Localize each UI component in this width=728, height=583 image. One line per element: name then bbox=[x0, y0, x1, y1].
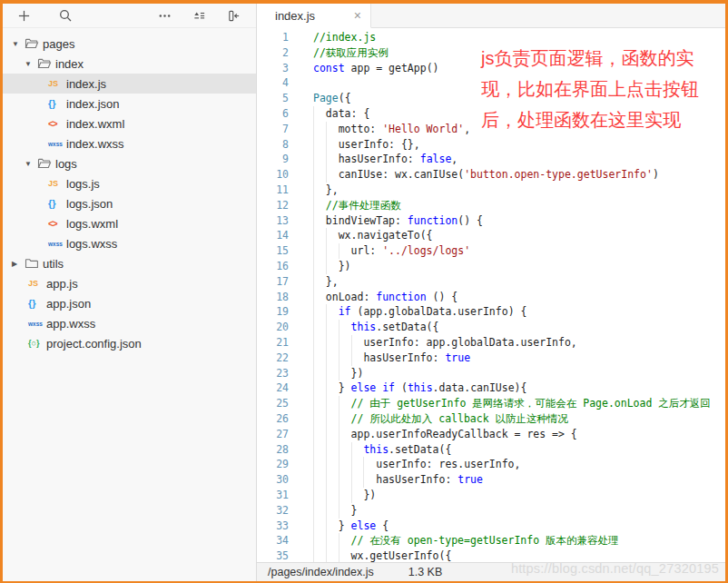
tree-item-project-config-json[interactable]: {○}project.config.json bbox=[3, 333, 256, 353]
file-label: index.json bbox=[66, 97, 120, 111]
wxss-icon: wxss bbox=[48, 141, 66, 147]
code-line: 26// 所以此处加入 callback 以防止这种情况 bbox=[257, 411, 725, 427]
code-line: 11}, bbox=[257, 183, 725, 198]
tree-item-pages[interactable]: ▼pages bbox=[3, 34, 256, 54]
tab-bar: index.js × bbox=[257, 4, 725, 28]
code-line: 21userInfo: app.globalData.userInfo, bbox=[257, 335, 725, 351]
file-label: pages bbox=[43, 37, 74, 51]
sidebar-toolbar-right bbox=[156, 7, 241, 24]
tree-item-logs-json[interactable]: {}logs.json bbox=[3, 193, 256, 213]
line-number: 11 bbox=[257, 183, 289, 198]
file-label: app.json bbox=[46, 297, 91, 311]
json-icon: {} bbox=[48, 198, 66, 209]
folder-open-icon bbox=[25, 36, 43, 51]
line-number: 15 bbox=[257, 243, 289, 259]
sidebar-toolbar bbox=[3, 4, 256, 28]
file-label: index.wxss bbox=[66, 137, 124, 151]
app-window: ▼pages▼indexJSindex.js{}index.json<>inde… bbox=[0, 0, 728, 583]
chevron-down-icon[interactable]: ▼ bbox=[25, 160, 37, 168]
line-number: 18 bbox=[257, 290, 289, 305]
code-line: 31}) bbox=[257, 488, 725, 503]
line-number: 32 bbox=[257, 503, 289, 519]
status-file-path: /pages/index/index.js bbox=[268, 566, 374, 578]
toggle-sidebar-icon[interactable] bbox=[225, 7, 241, 24]
code-line: 18onLoad: function () { bbox=[257, 290, 725, 305]
tree-item-app-js[interactable]: JSapp.js bbox=[3, 273, 256, 293]
code-line: 35wx.getUserInfo({ bbox=[257, 548, 725, 562]
code-line: 32} bbox=[257, 503, 725, 519]
line-number: 7 bbox=[257, 122, 289, 137]
tab-index-js[interactable]: index.js × bbox=[257, 4, 371, 28]
annotation-line: 现，比如在界面上点击按钮 bbox=[481, 74, 699, 104]
code-line: 23}) bbox=[257, 366, 725, 381]
chevron-down-icon[interactable]: ▼ bbox=[12, 40, 25, 48]
line-number: 20 bbox=[257, 320, 289, 335]
line-number: 19 bbox=[257, 304, 289, 320]
tree-item-index-wxss[interactable]: wxssindex.wxss bbox=[3, 133, 256, 153]
file-label: logs.js bbox=[66, 177, 100, 191]
annotation-text: js负责页面逻辑，函数的实 现，比如在界面上点击按钮 后，处理函数在这里实现 bbox=[481, 43, 699, 135]
status-file-size: 1.3 KB bbox=[408, 566, 443, 578]
tree-item-logs-js[interactable]: JSlogs.js bbox=[3, 173, 256, 193]
tree-item-logs-wxml[interactable]: <>logs.wxml bbox=[3, 213, 256, 233]
tree-item-app-wxss[interactable]: wxssapp.wxss bbox=[3, 313, 256, 333]
file-label: app.wxss bbox=[46, 317, 95, 331]
code-line: 14wx.navigateTo({ bbox=[257, 228, 725, 243]
file-label: index.js bbox=[66, 77, 106, 91]
code-line: 30hasUserInfo: true bbox=[257, 472, 725, 488]
tree-item-index-wxml[interactable]: <>index.wxml bbox=[3, 114, 256, 133]
code-line: 8userInfo: {}, bbox=[257, 137, 725, 153]
line-number: 31 bbox=[257, 488, 289, 503]
line-number: 34 bbox=[257, 533, 289, 548]
js-icon: JS bbox=[28, 279, 46, 288]
js-icon: JS bbox=[48, 179, 66, 188]
annotation-line: js负责页面逻辑，函数的实 bbox=[481, 43, 699, 74]
tree-item-index-js[interactable]: JSindex.js bbox=[3, 74, 256, 94]
line-number: 30 bbox=[257, 472, 289, 488]
file-label: index bbox=[55, 57, 84, 71]
collapse-all-icon[interactable] bbox=[191, 7, 207, 24]
tree-item-index-json[interactable]: {}index.json bbox=[3, 94, 256, 114]
json-icon: {} bbox=[48, 98, 66, 109]
line-number: 8 bbox=[257, 137, 289, 153]
code-line: 33} else { bbox=[257, 519, 725, 534]
code-line: 9hasUserInfo: false, bbox=[257, 152, 725, 167]
new-file-icon[interactable] bbox=[15, 7, 32, 24]
line-number: 35 bbox=[257, 548, 289, 562]
file-label: logs bbox=[55, 157, 77, 171]
line-number: 26 bbox=[257, 411, 289, 427]
tree-item-app-json[interactable]: {}app.json bbox=[3, 293, 256, 313]
wxml-icon: <> bbox=[48, 219, 66, 229]
tree-item-index[interactable]: ▼index bbox=[3, 54, 256, 74]
code-line: 27app.userInfoReadyCallback = res => { bbox=[257, 427, 725, 442]
config-icon: {○} bbox=[28, 339, 46, 348]
chevron-down-icon[interactable]: ▼ bbox=[25, 60, 37, 68]
line-number: 9 bbox=[257, 152, 289, 167]
code-line: 10canIUse: wx.canIUse('button.open-type.… bbox=[257, 167, 725, 183]
line-number: 12 bbox=[257, 198, 289, 213]
line-number: 29 bbox=[257, 457, 289, 472]
line-number: 2 bbox=[257, 45, 289, 61]
line-number: 24 bbox=[257, 380, 289, 396]
line-number: 14 bbox=[257, 228, 289, 243]
file-label: logs.json bbox=[66, 197, 113, 211]
line-number: 5 bbox=[257, 91, 289, 106]
search-icon[interactable] bbox=[57, 7, 74, 24]
code-line: 34// 在没有 open-type=getUserInfo 版本的兼容处理 bbox=[257, 533, 725, 548]
tree-item-utils[interactable]: ▶utils bbox=[3, 253, 256, 273]
tree-item-logs-wxss[interactable]: wxsslogs.wxss bbox=[3, 233, 256, 253]
file-label: logs.wxml bbox=[66, 217, 118, 231]
tree-item-logs[interactable]: ▼logs bbox=[3, 153, 256, 173]
line-number: 21 bbox=[257, 335, 289, 351]
more-icon[interactable] bbox=[156, 7, 172, 24]
wxml-icon: <> bbox=[48, 119, 66, 129]
folder-open-icon bbox=[37, 56, 55, 71]
code-line: 13bindViewTap: function() { bbox=[257, 213, 725, 229]
folder-open-icon bbox=[37, 156, 55, 171]
folder-icon bbox=[25, 256, 43, 271]
tab-close-icon[interactable]: × bbox=[354, 9, 361, 22]
file-label: app.js bbox=[46, 277, 78, 291]
line-number: 6 bbox=[257, 106, 289, 122]
chevron-right-icon[interactable]: ▶ bbox=[12, 260, 25, 268]
sidebar: ▼pages▼indexJSindex.js{}index.json<>inde… bbox=[3, 4, 257, 581]
